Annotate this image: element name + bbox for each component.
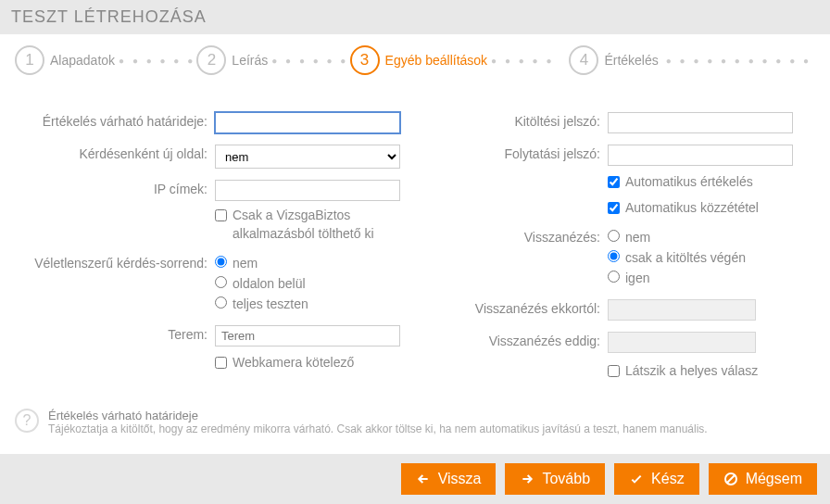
- footer: Vissza Tovább Kész Mégsem: [0, 454, 830, 504]
- step-dots: ● ● ● ● ● ● ● ● ● ● ● ●: [268, 56, 349, 66]
- random-opt-oldal: oldalon belül: [233, 276, 306, 291]
- help-icon: ?: [15, 409, 39, 433]
- step-3-num: 3: [350, 45, 380, 75]
- lookback-radio-nem[interactable]: [608, 230, 620, 242]
- ip-input[interactable]: [215, 180, 400, 201]
- back-button-label: Vissza: [438, 471, 482, 487]
- continue-password-input[interactable]: [608, 145, 793, 166]
- arrow-right-icon: [520, 472, 534, 486]
- deadline-label: Értékelés várható határideje:: [22, 112, 208, 129]
- password-label: Kitöltési jelszó:: [424, 112, 600, 129]
- help-text: Tájékoztatja a kitöltőt, hogy az eredmén…: [48, 422, 708, 435]
- lookback-from-label: Visszanézés ekkortól:: [424, 299, 600, 316]
- random-opt-nem: nem: [233, 256, 258, 271]
- auto-eval-checkbox[interactable]: [608, 176, 620, 188]
- arrow-left-icon: [416, 472, 431, 486]
- step-4-label: Értékelés: [604, 53, 658, 68]
- page-title: TESZT LÉTREHOZÁSA: [0, 0, 830, 34]
- done-button[interactable]: Kész: [614, 463, 699, 495]
- random-radio-nem[interactable]: [215, 256, 227, 268]
- next-button-label: Tovább: [542, 471, 590, 487]
- vizsgabiztos-label: Csak a VizsgaBiztos alkalmazásból tölthe…: [233, 207, 406, 243]
- step-3[interactable]: 3 Egyéb beállítások: [350, 45, 488, 75]
- ip-label: IP címek:: [22, 180, 208, 196]
- step-3-label: Egyéb beállítások: [385, 53, 488, 68]
- lookback-from-input: [608, 299, 756, 321]
- random-opt-teljes: teljes teszten: [233, 296, 308, 311]
- help-title: Értékelés várható határideje: [48, 409, 708, 422]
- random-radio-teljes[interactable]: [215, 296, 227, 309]
- lookback-until-input: [608, 332, 756, 353]
- lookback-opt-igen: igen: [625, 271, 649, 285]
- room-label: Terem:: [22, 325, 208, 342]
- step-4[interactable]: 4 Értékelés: [569, 45, 658, 75]
- auto-publish-label: Automatikus közzététel: [625, 199, 759, 218]
- step-2-label: Leírás: [232, 53, 268, 68]
- lookback-opt-vegen: csak a kitöltés végén: [625, 250, 746, 265]
- right-column: Kitöltési jelszó: Folytatási jelszó: Aut…: [424, 112, 808, 381]
- help-box: ? Értékelés várható határideje Tájékozta…: [0, 399, 830, 454]
- lookback-radio-igen[interactable]: [608, 271, 620, 283]
- cancel-icon: [723, 472, 738, 486]
- lookback-until-label: Visszanézés eddig:: [424, 332, 600, 348]
- step-dots: ● ● ● ● ● ● ● ● ● ● ●: [659, 56, 815, 66]
- back-button[interactable]: Vissza: [401, 463, 497, 495]
- newpage-label: Kérdésenként új oldal:: [22, 145, 208, 161]
- step-1[interactable]: 1 Alapadatok: [15, 45, 115, 75]
- vizsgabiztos-checkbox[interactable]: [215, 209, 227, 221]
- random-radio-oldal[interactable]: [215, 276, 227, 288]
- next-button[interactable]: Tovább: [505, 463, 605, 495]
- done-button-label: Kész: [651, 471, 685, 487]
- cancel-button-label: Mégsem: [746, 471, 802, 487]
- continue-password-label: Folytatási jelszó:: [424, 145, 600, 161]
- webcam-label: Webkamera kötelező: [233, 354, 354, 372]
- newpage-select[interactable]: nem: [215, 145, 400, 169]
- room-input[interactable]: [215, 325, 400, 346]
- lookback-radio-group: nem csak a kitöltés végén igen: [608, 228, 808, 288]
- lookback-opt-nem: nem: [625, 230, 650, 245]
- step-4-num: 4: [569, 45, 598, 75]
- step-dots: ● ● ● ● ●: [487, 56, 569, 66]
- random-radio-group: nem oldalon belül teljes teszten: [215, 254, 406, 314]
- show-correct-checkbox[interactable]: [608, 365, 620, 377]
- auto-eval-label: Automatikus értékelés: [625, 173, 753, 192]
- step-2-num: 2: [196, 45, 226, 75]
- form-area: Értékelés várható határideje: Kérdésenké…: [0, 86, 830, 399]
- show-correct-label: Látszik a helyes válasz: [625, 362, 758, 381]
- check-icon: [629, 472, 644, 486]
- lookback-radio-vegen[interactable]: [608, 250, 620, 262]
- step-1-num: 1: [15, 45, 44, 75]
- deadline-input[interactable]: [215, 112, 400, 133]
- step-dots: ● ● ● ● ● ● ● ● ●: [115, 56, 196, 66]
- step-2[interactable]: 2 Leírás: [196, 45, 268, 75]
- cancel-button[interactable]: Mégsem: [709, 463, 817, 495]
- password-input[interactable]: [608, 112, 793, 133]
- step-1-label: Alapadatok: [50, 53, 115, 68]
- auto-publish-checkbox[interactable]: [608, 202, 620, 214]
- random-label: Véletlenszerű kérdés-sorrend:: [22, 254, 208, 271]
- wizard-steps: 1 Alapadatok ● ● ● ● ● ● ● ● ● 2 Leírás …: [0, 34, 830, 86]
- webcam-checkbox[interactable]: [215, 357, 227, 369]
- lookback-label: Visszanézés:: [424, 228, 600, 245]
- left-column: Értékelés várható határideje: Kérdésenké…: [22, 112, 406, 381]
